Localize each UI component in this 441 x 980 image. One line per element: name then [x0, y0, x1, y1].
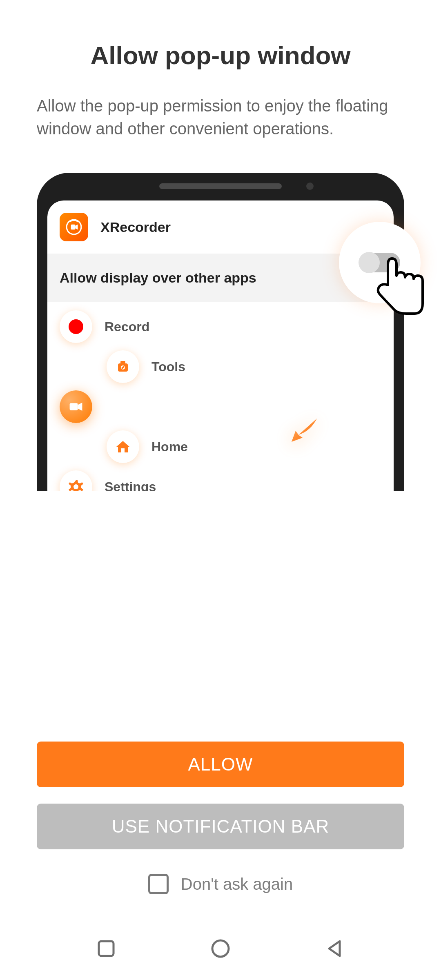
dont-ask-checkbox[interactable]: [148, 874, 169, 894]
app-icon: [60, 213, 88, 241]
home-icon: [107, 430, 139, 463]
nav-back-icon[interactable]: [323, 937, 346, 962]
hand-pointer-icon: [372, 254, 429, 316]
nav-recent-icon[interactable]: [95, 937, 118, 962]
nav-home-icon[interactable]: [209, 937, 232, 962]
svg-point-9: [212, 940, 229, 957]
allow-button[interactable]: ALLOW: [37, 742, 404, 787]
float-item-home: Home: [107, 430, 381, 463]
page-subtitle: Allow the pop-up permission to enjoy the…: [37, 94, 404, 140]
phone-body: XRecorder Allow display over other apps …: [37, 173, 404, 491]
dont-ask-label: Don't ask again: [181, 875, 293, 893]
phone-camera: [306, 183, 314, 190]
phone-speaker: [159, 183, 282, 189]
camera-icon: [60, 390, 92, 423]
svg-rect-1: [71, 225, 76, 230]
svg-rect-8: [99, 941, 114, 956]
phone-mockup: XRecorder Allow display over other apps …: [37, 173, 404, 491]
permission-prompt-page: Allow pop-up window Allow the pop-up per…: [0, 0, 441, 980]
tools-icon: [107, 350, 139, 383]
float-item-settings: Settings: [60, 470, 381, 491]
float-item-record: Record: [60, 310, 381, 343]
permission-label: Allow display over other apps: [60, 270, 256, 286]
float-label-record: Record: [105, 319, 149, 334]
float-item-tools: Tools: [107, 350, 381, 383]
float-label-tools: Tools: [151, 359, 185, 374]
app-name: XRecorder: [100, 219, 171, 235]
svg-point-7: [74, 484, 78, 489]
use-notification-button[interactable]: USE NOTIFICATION BAR: [37, 804, 404, 849]
arrow-icon: [288, 412, 325, 449]
settings-icon: [60, 470, 92, 491]
content-area: Allow pop-up window Allow the pop-up per…: [0, 0, 441, 742]
action-buttons: ALLOW USE NOTIFICATION BAR Don't ask aga…: [0, 742, 441, 919]
float-label-settings: Settings: [105, 479, 156, 492]
dont-ask-row[interactable]: Don't ask again: [37, 874, 404, 894]
svg-rect-3: [120, 361, 125, 364]
float-item-camera: [60, 390, 381, 423]
record-icon: [60, 310, 92, 343]
float-label-home: Home: [151, 439, 188, 454]
svg-rect-6: [70, 403, 78, 410]
phone-screen: XRecorder Allow display over other apps …: [47, 200, 394, 491]
floating-menu-demo: Record Tools: [47, 302, 394, 491]
system-nav-bar: [0, 919, 441, 980]
page-title: Allow pop-up window: [37, 41, 404, 70]
